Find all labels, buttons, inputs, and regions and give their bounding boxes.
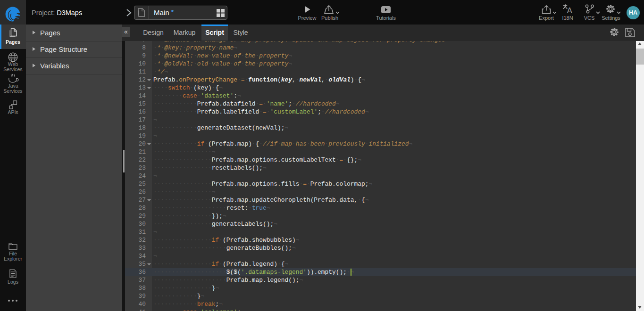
svg-text:A: A: [567, 6, 572, 14]
